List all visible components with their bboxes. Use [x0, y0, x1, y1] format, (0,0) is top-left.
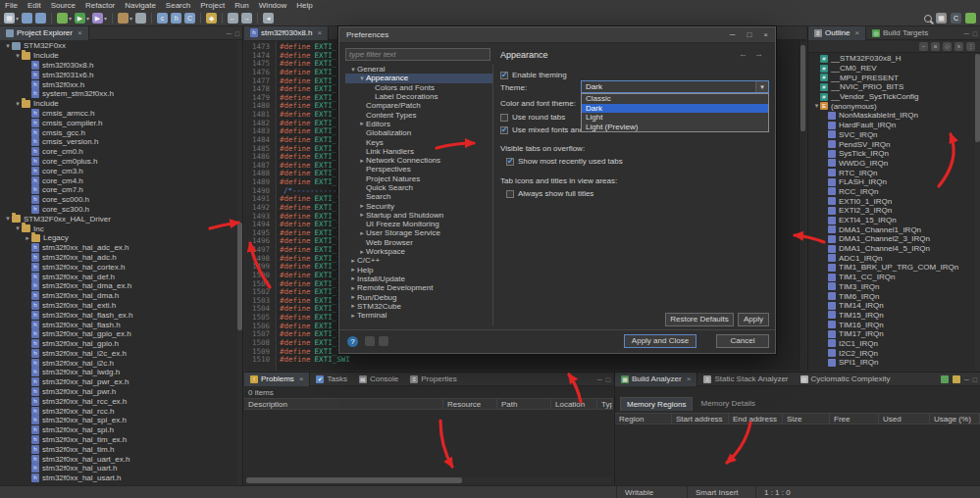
outline-item[interactable]: TIM1_CC_IRQn: [808, 273, 975, 282]
column-header[interactable]: Location: [551, 399, 597, 409]
outline-item[interactable]: ADC1_IRQn: [808, 253, 975, 263]
outline-item[interactable]: SysTick_IRQn: [808, 149, 975, 159]
outline-item[interactable]: TIM15_IRQn: [808, 311, 975, 321]
tab-cyclomatic-complexity[interactable]: ◎Cyclomatic Complexity: [795, 373, 897, 386]
outline-item[interactable]: TIM17_IRQn: [808, 329, 975, 339]
tree-item[interactable]: cmsis_version.h: [0, 137, 237, 147]
apply-and-close-button[interactable]: Apply and Close: [624, 334, 696, 348]
tree-item[interactable]: stm32f0xx_hal_flash.h: [0, 320, 237, 329]
menu-item[interactable]: Navigate: [120, 0, 161, 11]
column-header[interactable]: Size: [783, 414, 830, 423]
tree-item[interactable]: stm32f0xx_hal_spi_ex.h: [0, 416, 237, 425]
column-header[interactable]: Path: [497, 399, 551, 409]
minimize-icon[interactable]: ─: [964, 30, 969, 37]
minimize-icon[interactable]: ─: [227, 30, 232, 37]
filter-input[interactable]: type filter text: [345, 48, 490, 61]
save-all-icon[interactable]: [35, 13, 46, 24]
outline-item[interactable]: __STM32F030x8_H: [808, 54, 975, 64]
preferences-tree-item[interactable]: Search: [345, 192, 492, 201]
tree-item[interactable]: stm32f0xx_hal_dma_ex.h: [0, 281, 237, 291]
save-icon[interactable]: [22, 13, 32, 24]
code-line[interactable]: 1510#defineEXTI_SWI: [244, 356, 799, 365]
preferences-tree-item[interactable]: Appearance: [345, 74, 492, 82]
separator[interactable]: [257, 13, 258, 24]
preferences-tree-item[interactable]: Terminal: [345, 311, 492, 320]
theme-select[interactable]: Dark▾: [581, 80, 769, 93]
search-icon[interactable]: [924, 15, 932, 23]
preferences-tree-item[interactable]: STM32Cube: [345, 302, 492, 311]
chevron-down-icon[interactable]: ▾: [16, 15, 19, 22]
tree-item[interactable]: core_sc300.h: [0, 205, 237, 215]
maximize-icon[interactable]: □: [747, 30, 751, 39]
tree-item[interactable]: STM32F0xx: [0, 41, 237, 51]
chevron-down-icon[interactable]: ▾: [755, 81, 768, 92]
maximize-icon[interactable]: □: [973, 30, 977, 37]
tree-item[interactable]: stm32f0xx_hal_rcc.h: [0, 406, 237, 416]
tree-item[interactable]: system_stm32f0xx.h: [0, 89, 237, 99]
tree-item[interactable]: stm32f0xx_hal_gpio.h: [0, 339, 237, 349]
tree-item[interactable]: cmsis_gcc.h: [0, 127, 237, 137]
outline-item[interactable]: __NVIC_PRIO_BITS: [808, 82, 975, 92]
column-header[interactable]: Usage (%): [930, 414, 980, 423]
minimize-icon[interactable]: ─: [730, 30, 736, 39]
tree-item[interactable]: stm32f0xx_hal_flash_ex.h: [0, 310, 237, 320]
maximize-icon[interactable]: □: [973, 376, 977, 383]
preferences-tree-item[interactable]: Colors and Fonts: [345, 83, 492, 92]
preferences-tree-item[interactable]: Workspace: [345, 247, 492, 256]
scrollbar-thumb[interactable]: [800, 45, 805, 131]
outline-item[interactable]: I2C2_IRQn: [808, 348, 975, 358]
tree-item[interactable]: stm32f0xx_hal_dma.h: [0, 291, 237, 301]
preferences-tree-item[interactable]: Run/Debug: [345, 292, 492, 301]
tab-editor-stm32f030x8[interactable]: stm32f030x8.h ×: [244, 26, 329, 40]
preferences-tree-item[interactable]: Help: [345, 266, 492, 274]
menu-item[interactable]: Refactor: [80, 0, 120, 11]
preferences-tree-item[interactable]: Label Decorations: [345, 92, 492, 101]
subtab-memory-details[interactable]: Memory Details: [695, 397, 761, 411]
tree-item[interactable]: stm32f0xx_hal_gpio_ex.h: [0, 329, 237, 339]
tree-item[interactable]: Legacy: [0, 233, 237, 243]
separator[interactable]: [151, 13, 152, 24]
tree-item[interactable]: stm32f0xx_hal_i2c.h: [0, 358, 237, 368]
separator[interactable]: [222, 13, 223, 24]
outline-item[interactable]: NonMaskableInt_IRQn: [808, 111, 975, 121]
checkbox-full-titles[interactable]: [506, 190, 514, 198]
column-header[interactable]: Resource: [443, 399, 497, 409]
close-icon[interactable]: ×: [77, 28, 82, 37]
last-edit-location-icon[interactable]: ◂: [263, 13, 274, 24]
build-icon[interactable]: ▾: [118, 13, 132, 24]
tree-item[interactable]: stm32f030x8.h: [0, 61, 237, 71]
outline-item[interactable]: EXTI2_3_IRQn: [808, 206, 975, 216]
column-header[interactable]: Start address: [672, 414, 729, 423]
tree-item[interactable]: stm32f0xx_hal_cortex.h: [0, 262, 237, 272]
preferences-tree-item[interactable]: Compare/Patch: [345, 101, 492, 110]
separator[interactable]: [51, 13, 52, 24]
new-class-icon[interactable]: C: [184, 13, 195, 24]
preferences-tree-item[interactable]: Quick Search: [345, 183, 492, 192]
horizontal-scrollbar[interactable]: [246, 477, 611, 483]
debug-perspective-icon[interactable]: [965, 13, 976, 24]
tree-item[interactable]: core_cm3.h: [0, 166, 237, 175]
hide-fields-icon[interactable]: ◇: [943, 42, 952, 51]
run-icon[interactable]: ▶▾: [75, 13, 89, 24]
outline-item[interactable]: __MPU_PRESENT: [808, 73, 975, 82]
menu-item[interactable]: Help: [291, 0, 317, 11]
new-header-file-icon[interactable]: h: [171, 13, 181, 24]
close-icon[interactable]: ×: [317, 28, 322, 37]
outline-item[interactable]: RTC_IRQn: [808, 168, 975, 177]
outline-item[interactable]: SPI1_IRQn: [808, 358, 975, 368]
chevron-down-icon[interactable]: ▾: [104, 15, 107, 22]
help-icon[interactable]: ?: [347, 336, 358, 347]
tree-item[interactable]: stm32f0xx_hal_iwdg.h: [0, 368, 237, 377]
back-icon[interactable]: ←: [739, 49, 748, 59]
close-icon[interactable]: ×: [763, 30, 768, 39]
tree-item[interactable]: stm32f0xx_hal_uart_ex.h: [0, 454, 237, 464]
apply-button[interactable]: Apply: [738, 313, 769, 326]
tree-item[interactable]: Include: [0, 99, 237, 109]
tree-item[interactable]: Include: [0, 51, 237, 61]
outline-item[interactable]: EXTI0_1_IRQn: [808, 196, 975, 206]
tree-item[interactable]: core_cm0plus.h: [0, 157, 237, 167]
outline-item[interactable]: WWDG_IRQn: [808, 159, 975, 169]
checkbox-enable-theming[interactable]: [500, 72, 508, 79]
tab-build-targets[interactable]: ◎Build Targets: [866, 26, 934, 40]
outline-item[interactable]: FLASH_IRQn: [808, 177, 975, 187]
